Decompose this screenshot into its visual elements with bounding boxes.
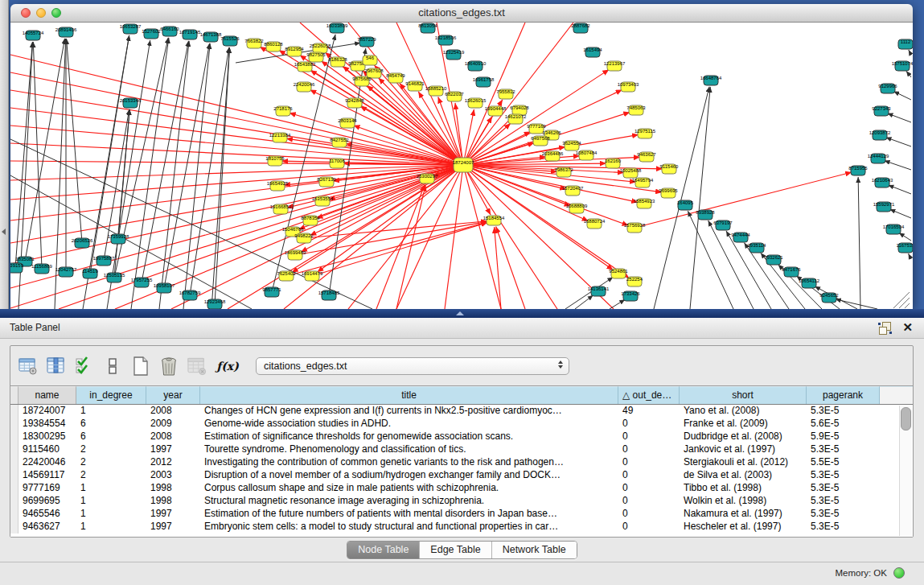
window-titlebar[interactable]: citations_edges.txt [10, 4, 913, 23]
network-node[interactable]: 8813054 [418, 23, 437, 33]
column-header-year[interactable]: year [146, 386, 200, 404]
network-view-window[interactable]: citations_edges.txt 14055724208914061065… [10, 4, 913, 309]
table-row[interactable]: 1938455462009Genome-wide association stu… [10, 418, 913, 431]
network-node[interactable]: 16648764 [700, 76, 722, 85]
cell-year[interactable]: 1997 [146, 443, 200, 456]
network-node[interactable]: 1112 [898, 39, 913, 49]
cell-out_degree[interactable]: 0 [618, 521, 680, 534]
table-selector[interactable]: citations_edges.txt [256, 357, 569, 375]
network-node[interactable]: 1810755 [265, 156, 285, 166]
table-row[interactable]: 969969511998Structural magnetic resonanc… [10, 495, 913, 508]
network-node[interactable]: 12213967 [604, 61, 626, 71]
network-node[interactable]: 2718176 [273, 106, 293, 116]
network-node[interactable]: 8454749 [386, 73, 405, 83]
cell-title[interactable]: Estimation of the future numbers of pati… [200, 508, 618, 521]
network-node[interactable]: 2935114 [748, 243, 767, 253]
table-settings-button[interactable] [17, 355, 39, 377]
vertical-scrollbar[interactable] [899, 406, 912, 536]
network-node[interactable]: 12975115 [634, 129, 656, 138]
network-node[interactable]: 15718485 [318, 290, 340, 300]
network-node[interactable]: 14671388 [200, 32, 222, 42]
network-node[interactable]: 7955812 [496, 89, 515, 99]
network-node[interactable]: 12923468 [204, 299, 226, 309]
cell-name[interactable]: 22420046 [18, 456, 76, 469]
network-node[interactable]: 9699695 [659, 188, 678, 198]
cell-year[interactable]: 1997 [146, 508, 200, 521]
cell-name[interactable]: 9115460 [18, 443, 76, 456]
network-node[interactable]: 164095 [677, 200, 694, 210]
cell-pagerank[interactable]: 5.3E-5 [807, 469, 880, 482]
cell-title[interactable]: Estimation of significance thresholds fo… [200, 431, 618, 443]
network-node[interactable]: 10653287 [120, 24, 142, 34]
network-node[interactable]: 9146821 [405, 81, 425, 91]
network-node[interactable]: 9129966 [878, 84, 897, 93]
cell-title[interactable]: Corpus callosum shape and size in male p… [200, 482, 618, 495]
cell-year[interactable]: 1998 [146, 482, 200, 495]
network-node[interactable]: 9827505 [306, 52, 326, 62]
network-node[interactable]: 19218506 [435, 35, 457, 45]
network-node[interactable]: 18640910 [465, 61, 487, 71]
network-node[interactable]: 9857771 [262, 287, 281, 297]
network-node[interactable]: 17016504 [883, 225, 905, 234]
cell-name[interactable]: 14569117 [18, 469, 76, 482]
network-node[interactable]: 20891406 [55, 27, 77, 37]
network-node[interactable]: 19904448 [485, 106, 507, 116]
network-node[interactable]: 7986372 [554, 167, 573, 177]
cell-pagerank[interactable]: 5.6E-5 [807, 418, 880, 431]
cell-pagerank[interactable]: 5.9E-5 [807, 431, 880, 443]
table-row[interactable]: 2242004622012Investigating the contribut… [10, 456, 913, 469]
cell-name[interactable]: 9463627 [18, 521, 76, 534]
table-panel-header[interactable]: Table Panel ✕ [0, 318, 924, 339]
network-node[interactable]: 1615494 [583, 47, 602, 57]
network-node[interactable]: 10688809 [566, 204, 588, 213]
show-columns-button[interactable] [45, 355, 67, 377]
network-node[interactable]: 9474444 [731, 233, 750, 242]
cell-year[interactable]: 2012 [146, 456, 200, 469]
network-node[interactable]: 9463627 [637, 152, 656, 162]
cell-out_degree[interactable]: 0 [618, 495, 680, 508]
network-node[interactable]: 9242848 [345, 98, 364, 108]
cell-year[interactable]: 1998 [146, 495, 200, 508]
network-node[interactable]: 8860128 [264, 42, 283, 51]
network-node[interactable]: 8912954 [285, 47, 304, 56]
network-node[interactable]: 10025488 [620, 168, 642, 178]
cell-in_degree[interactable]: 1 [76, 495, 146, 508]
network-node[interactable]: 1733426 [621, 291, 640, 301]
network-node[interactable]: 7857229 [357, 37, 376, 47]
network-node[interactable]: 139159 [10, 263, 24, 273]
table-row[interactable]: 946554611997Estimation of the future num… [10, 508, 913, 521]
network-node[interactable]: 12213384 [269, 133, 291, 142]
network-node[interactable]: 17957255 [131, 278, 153, 287]
network-node[interactable]: 19654925 [267, 181, 289, 191]
network-node[interactable]: 16782759 [179, 290, 201, 300]
network-node-hub[interactable]: 18724007 [453, 158, 474, 172]
tab-edge-table[interactable]: Edge Table [420, 542, 491, 558]
cell-in_degree[interactable]: 1 [76, 508, 146, 521]
network-node[interactable]: 7485063 [626, 105, 646, 115]
network-node[interactable]: 117006 [329, 159, 345, 168]
network-node[interactable]: 12505135 [104, 273, 125, 282]
network-node[interactable]: 15751074 [892, 61, 913, 71]
network-node[interactable]: 15720407 [562, 186, 584, 196]
cell-short[interactable]: Franke et al. (2009) [680, 418, 807, 431]
network-node[interactable]: 13626015 [465, 98, 487, 108]
cell-name[interactable]: 9777169 [18, 482, 76, 495]
network-node[interactable]: 15885210 [425, 86, 447, 96]
cell-title[interactable]: Disruption of a novel member of a sodium… [200, 469, 618, 482]
splitter-collapse-arrow-icon[interactable] [2, 229, 6, 235]
network-node[interactable]: 6497568 [531, 136, 550, 146]
cell-short[interactable]: Nakamura et al. (1997) [680, 508, 807, 521]
network-node[interactable]: 16914479 [302, 271, 323, 281]
canvas-resize-grip[interactable] [893, 292, 910, 308]
network-node[interactable]: 7625402 [277, 271, 296, 281]
cell-out_degree[interactable]: 0 [618, 469, 680, 482]
float-panel-icon[interactable] [878, 322, 892, 335]
cell-pagerank[interactable]: 5.3E-5 [807, 495, 880, 508]
network-node[interactable]: 9245652 [819, 293, 839, 303]
cell-pagerank[interactable]: 5.3E-5 [807, 508, 880, 521]
network-node[interactable]: 114519 [82, 269, 98, 278]
row-height-button[interactable] [101, 355, 123, 377]
network-node[interactable]: 15854923 [634, 199, 655, 208]
network-node[interactable]: 8715955 [848, 166, 868, 175]
network-node[interactable]: 6822037 [445, 92, 464, 101]
